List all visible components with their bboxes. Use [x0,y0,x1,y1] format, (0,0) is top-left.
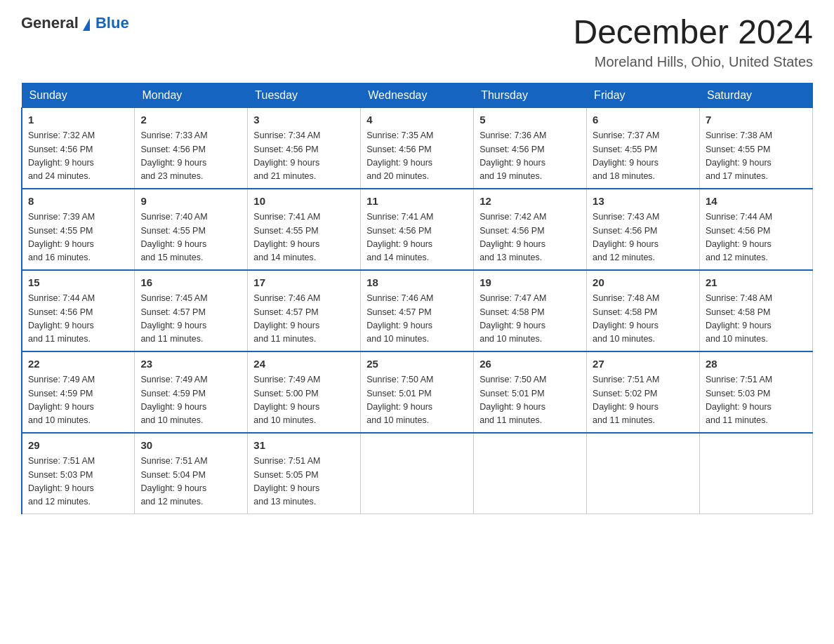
week-row-5: 29Sunrise: 7:51 AMSunset: 5:03 PMDayligh… [22,433,813,514]
day-number: 12 [479,194,581,210]
day-number: 31 [253,438,355,454]
day-number: 21 [706,275,807,291]
day-cell: 27Sunrise: 7:51 AMSunset: 5:02 PMDayligh… [587,351,700,433]
day-cell: 11Sunrise: 7:41 AMSunset: 4:56 PMDayligh… [361,189,474,270]
day-number: 3 [253,112,355,128]
day-number: 10 [253,194,355,210]
day-number: 6 [593,112,694,128]
day-info: Sunrise: 7:49 AMSunset: 4:59 PMDaylight:… [28,373,128,428]
day-info: Sunrise: 7:33 AMSunset: 4:56 PMDaylight:… [140,129,241,184]
day-number: 11 [366,194,468,210]
day-number: 7 [706,112,807,128]
week-row-3: 15Sunrise: 7:44 AMSunset: 4:56 PMDayligh… [22,270,813,351]
day-cell: 16Sunrise: 7:45 AMSunset: 4:57 PMDayligh… [135,270,248,351]
day-info: Sunrise: 7:37 AMSunset: 4:55 PMDaylight:… [593,129,694,184]
day-cell: 4Sunrise: 7:35 AMSunset: 4:56 PMDaylight… [361,107,474,189]
day-cell [587,433,700,514]
calendar-subtitle: Moreland Hills, Ohio, United States [573,54,813,70]
header-sunday: Sunday [22,83,135,107]
logo-triangle-icon [83,18,90,31]
day-cell: 17Sunrise: 7:46 AMSunset: 4:57 PMDayligh… [248,270,361,351]
day-number: 23 [140,356,241,373]
day-info: Sunrise: 7:51 AMSunset: 5:05 PMDaylight:… [253,455,355,509]
day-info: Sunrise: 7:46 AMSunset: 4:57 PMDaylight:… [253,292,355,347]
day-number: 2 [140,112,241,128]
day-info: Sunrise: 7:41 AMSunset: 4:55 PMDaylight:… [253,210,355,265]
day-number: 5 [479,112,581,128]
day-cell: 21Sunrise: 7:48 AMSunset: 4:58 PMDayligh… [700,270,813,351]
week-row-1: 1Sunrise: 7:32 AMSunset: 4:56 PMDaylight… [22,107,813,189]
day-cell: 29Sunrise: 7:51 AMSunset: 5:03 PMDayligh… [22,433,135,514]
day-info: Sunrise: 7:50 AMSunset: 5:01 PMDaylight:… [479,373,581,428]
day-cell: 7Sunrise: 7:38 AMSunset: 4:55 PMDaylight… [700,107,813,189]
header-saturday: Saturday [700,83,813,107]
day-info: Sunrise: 7:48 AMSunset: 4:58 PMDaylight:… [706,292,807,347]
day-cell: 23Sunrise: 7:49 AMSunset: 4:59 PMDayligh… [135,351,248,433]
day-number: 22 [28,356,128,373]
day-info: Sunrise: 7:35 AMSunset: 4:56 PMDaylight:… [366,129,468,184]
day-info: Sunrise: 7:42 AMSunset: 4:56 PMDaylight:… [479,210,581,265]
day-number: 26 [479,356,581,373]
day-number: 20 [593,275,694,291]
day-cell: 14Sunrise: 7:44 AMSunset: 4:56 PMDayligh… [700,189,813,270]
day-cell: 20Sunrise: 7:48 AMSunset: 4:58 PMDayligh… [587,270,700,351]
day-number: 8 [28,194,128,210]
day-info: Sunrise: 7:44 AMSunset: 4:56 PMDaylight:… [706,210,807,265]
day-cell: 9Sunrise: 7:40 AMSunset: 4:55 PMDaylight… [135,189,248,270]
day-cell: 5Sunrise: 7:36 AMSunset: 4:56 PMDaylight… [474,107,587,189]
day-cell: 8Sunrise: 7:39 AMSunset: 4:55 PMDaylight… [22,189,135,270]
day-info: Sunrise: 7:45 AMSunset: 4:57 PMDaylight:… [140,292,241,347]
calendar-table: SundayMondayTuesdayWednesdayThursdayFrid… [21,83,813,514]
day-cell: 28Sunrise: 7:51 AMSunset: 5:03 PMDayligh… [700,351,813,433]
day-number: 24 [253,356,355,373]
day-cell [700,433,813,514]
day-info: Sunrise: 7:51 AMSunset: 5:03 PMDaylight:… [706,373,807,428]
day-cell: 1Sunrise: 7:32 AMSunset: 4:56 PMDaylight… [22,107,135,189]
day-info: Sunrise: 7:43 AMSunset: 4:56 PMDaylight:… [593,210,694,265]
day-number: 19 [479,275,581,291]
logo-text-blue: Blue [95,14,129,32]
day-number: 15 [28,275,128,291]
day-number: 18 [366,275,468,291]
day-number: 28 [706,356,807,373]
day-cell: 3Sunrise: 7:34 AMSunset: 4:56 PMDaylight… [248,107,361,189]
day-info: Sunrise: 7:50 AMSunset: 5:01 PMDaylight:… [366,373,468,428]
day-cell: 19Sunrise: 7:47 AMSunset: 4:58 PMDayligh… [474,270,587,351]
day-info: Sunrise: 7:39 AMSunset: 4:55 PMDaylight:… [28,210,128,265]
day-cell [474,433,587,514]
day-cell: 15Sunrise: 7:44 AMSunset: 4:56 PMDayligh… [22,270,135,351]
day-cell: 6Sunrise: 7:37 AMSunset: 4:55 PMDaylight… [587,107,700,189]
week-row-2: 8Sunrise: 7:39 AMSunset: 4:55 PMDaylight… [22,189,813,270]
day-info: Sunrise: 7:49 AMSunset: 4:59 PMDaylight:… [140,373,241,428]
day-info: Sunrise: 7:38 AMSunset: 4:55 PMDaylight:… [706,129,807,184]
day-number: 13 [593,194,694,210]
week-row-4: 22Sunrise: 7:49 AMSunset: 4:59 PMDayligh… [22,351,813,433]
day-info: Sunrise: 7:46 AMSunset: 4:57 PMDaylight:… [366,292,468,347]
day-info: Sunrise: 7:51 AMSunset: 5:03 PMDaylight:… [28,455,128,509]
day-info: Sunrise: 7:34 AMSunset: 4:56 PMDaylight:… [253,129,355,184]
day-number: 4 [366,112,468,128]
page-header: General Blue December 2024 Moreland Hill… [21,14,813,70]
day-number: 9 [140,194,241,210]
day-info: Sunrise: 7:41 AMSunset: 4:56 PMDaylight:… [366,210,468,265]
day-info: Sunrise: 7:40 AMSunset: 4:55 PMDaylight:… [140,210,241,265]
calendar-title: December 2024 [573,14,813,51]
day-number: 29 [28,438,128,454]
logo-text-general: General [21,14,79,32]
day-number: 25 [366,356,468,373]
logo: General Blue [21,14,129,32]
day-cell: 24Sunrise: 7:49 AMSunset: 5:00 PMDayligh… [248,351,361,433]
day-info: Sunrise: 7:47 AMSunset: 4:58 PMDaylight:… [479,292,581,347]
day-info: Sunrise: 7:44 AMSunset: 4:56 PMDaylight:… [28,292,128,347]
day-cell: 22Sunrise: 7:49 AMSunset: 4:59 PMDayligh… [22,351,135,433]
day-number: 27 [593,356,694,373]
day-info: Sunrise: 7:49 AMSunset: 5:00 PMDaylight:… [253,373,355,428]
day-info: Sunrise: 7:32 AMSunset: 4:56 PMDaylight:… [28,129,128,184]
header-tuesday: Tuesday [248,83,361,107]
day-cell: 26Sunrise: 7:50 AMSunset: 5:01 PMDayligh… [474,351,587,433]
day-cell: 10Sunrise: 7:41 AMSunset: 4:55 PMDayligh… [248,189,361,270]
header-thursday: Thursday [474,83,587,107]
day-number: 17 [253,275,355,291]
day-cell: 13Sunrise: 7:43 AMSunset: 4:56 PMDayligh… [587,189,700,270]
day-cell: 2Sunrise: 7:33 AMSunset: 4:56 PMDaylight… [135,107,248,189]
